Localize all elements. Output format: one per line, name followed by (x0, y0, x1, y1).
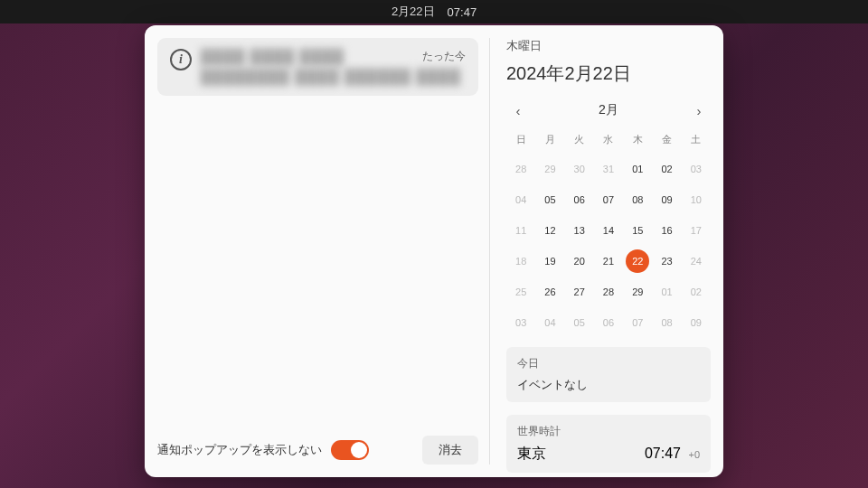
calendar-day[interactable]: 15 (626, 219, 649, 242)
world-clock-offset: +0 (688, 449, 700, 460)
calendar-day[interactable]: 28 (597, 280, 620, 304)
today-title: 今日 (517, 356, 700, 371)
calendar-day[interactable]: 21 (597, 249, 620, 273)
calendar-day[interactable]: 16 (656, 219, 679, 242)
world-clock-time: 07:47 (645, 446, 681, 461)
calendar-day[interactable]: 09 (656, 188, 679, 211)
calendar-day[interactable]: 01 (656, 280, 679, 304)
calendar-day[interactable]: 05 (538, 188, 561, 211)
calendar-day[interactable]: 12 (538, 219, 561, 242)
calendar-day[interactable]: 18 (509, 249, 533, 273)
dow-header: 月 (535, 129, 564, 150)
world-clock-section[interactable]: 世界時計 東京 07:47 +0 (506, 415, 711, 473)
calendar-day[interactable]: 07 (597, 188, 620, 211)
calendar-day[interactable]: 04 (538, 311, 561, 334)
notification-text: ████████ ████ ██████ ████ (201, 69, 466, 85)
calendar-day[interactable]: 28 (509, 157, 533, 181)
notification-time: たった今 (422, 49, 466, 65)
full-date-label: 2024年2月22日 (506, 61, 711, 86)
world-clock-city: 東京 (517, 445, 546, 464)
prev-month-button[interactable]: ‹ (508, 103, 528, 118)
calendar-grid: 日月火水木金土282930310102030405060708091011121… (506, 129, 711, 334)
calendar-day[interactable]: 14 (597, 219, 620, 242)
calendar-day[interactable]: 03 (684, 157, 708, 181)
calendar-day[interactable]: 02 (684, 280, 708, 304)
calendar-day[interactable]: 06 (568, 188, 591, 211)
calendar-day[interactable]: 03 (509, 311, 533, 334)
calendar-day[interactable]: 17 (684, 219, 708, 242)
calendar-day[interactable]: 26 (538, 280, 561, 304)
month-nav: ‹ 2月 › (506, 99, 711, 122)
calendar-day[interactable]: 24 (684, 249, 708, 273)
calendar-day[interactable]: 04 (509, 188, 533, 211)
calendar-day[interactable]: 10 (684, 188, 708, 211)
dow-header: 金 (652, 129, 681, 150)
notifications-footer: 通知ポップアップを表示しない 消去 (157, 428, 478, 465)
calendar-day[interactable]: 07 (626, 311, 649, 334)
toggle-knob (351, 442, 367, 458)
calendar-day[interactable]: 09 (684, 311, 708, 334)
dow-header: 土 (682, 129, 711, 150)
calendar-day[interactable]: 29 (538, 157, 561, 181)
calendar-day[interactable]: 30 (568, 157, 591, 181)
dow-header: 木 (623, 129, 652, 150)
calendar-day[interactable]: 01 (626, 157, 649, 181)
calendar-day[interactable]: 06 (597, 311, 620, 334)
dow-header: 日 (506, 129, 535, 150)
calendar-day[interactable]: 19 (538, 249, 561, 273)
notification-body: ████ ████ ████ たった今 ████████ ████ ██████… (201, 49, 466, 85)
calendar-day[interactable]: 02 (656, 157, 679, 181)
calendar-day[interactable]: 25 (509, 280, 533, 304)
topbar-time: 07:47 (448, 5, 477, 19)
month-label: 2月 (599, 102, 618, 118)
calendar-day[interactable]: 29 (626, 280, 649, 304)
calendar-day-today[interactable]: 22 (626, 249, 649, 273)
calendar-pane: 木曜日 2024年2月22日 ‹ 2月 › 日月火水木金土28293031010… (490, 38, 711, 465)
calendar-day[interactable]: 05 (568, 311, 591, 334)
calendar-day[interactable]: 20 (568, 249, 591, 273)
calendar-day[interactable]: 11 (509, 219, 533, 242)
calendar-day[interactable]: 27 (568, 280, 591, 304)
next-month-button[interactable]: › (689, 103, 709, 118)
datetime-popup: i ████ ████ ████ たった今 ████████ ████ ████… (145, 25, 723, 477)
notifications-pane: i ████ ████ ████ たった今 ████████ ████ ████… (157, 38, 490, 465)
today-events-section[interactable]: 今日 イベントなし (506, 347, 711, 402)
notification-item[interactable]: i ████ ████ ████ たった今 ████████ ████ ████… (157, 38, 478, 96)
calendar-day[interactable]: 23 (656, 249, 679, 273)
dow-header: 火 (565, 129, 594, 150)
world-clock-title: 世界時計 (517, 424, 700, 439)
topbar-date: 2月22日 (392, 4, 435, 20)
info-icon: i (170, 49, 192, 70)
weekday-label: 木曜日 (506, 38, 711, 54)
calendar-day[interactable]: 31 (597, 157, 620, 181)
clear-button[interactable]: 消去 (422, 436, 478, 465)
calendar-day[interactable]: 08 (626, 188, 649, 211)
calendar-day[interactable]: 13 (568, 219, 591, 242)
notification-title: ████ ████ ████ (201, 49, 344, 65)
dow-header: 水 (594, 129, 623, 150)
dnd-toggle[interactable] (331, 440, 369, 460)
today-body: イベントなし (517, 377, 700, 393)
dnd-label: 通知ポップアップを表示しない (157, 442, 322, 458)
top-bar[interactable]: 2月22日 07:47 (0, 0, 868, 23)
calendar-day[interactable]: 08 (656, 311, 679, 334)
